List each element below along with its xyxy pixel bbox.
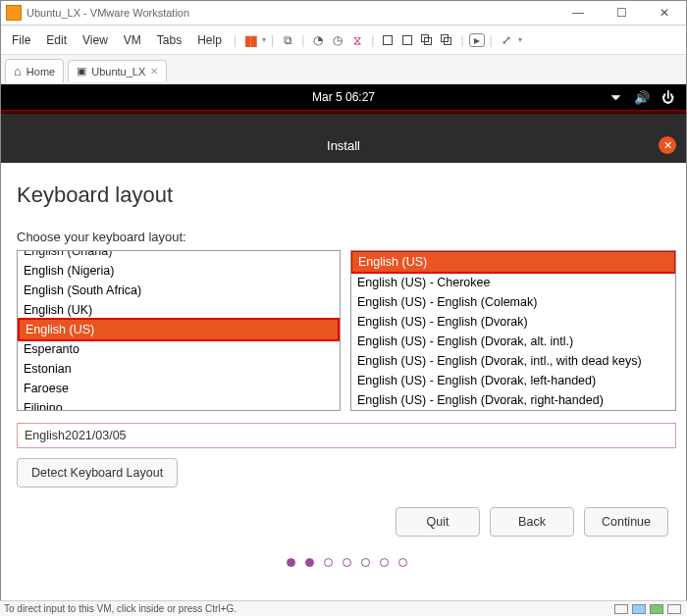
menu-vm[interactable]: VM (117, 30, 148, 50)
volume-icon[interactable]: 🔊 (634, 90, 650, 105)
list-item[interactable]: English (South Africa) (18, 281, 340, 300)
back-button[interactable]: Back (490, 507, 574, 537)
list-item-selected[interactable]: English (US) (352, 252, 674, 272)
window-maximize-button[interactable]: ☐ (600, 1, 643, 26)
list-item[interactable]: English (US) - English (Dvorak, right-ha… (351, 390, 675, 410)
window-title: Ubuntu_LX - VMware Workstation (26, 7, 189, 19)
status-net-icon (650, 604, 663, 614)
app-icon (6, 5, 22, 21)
vm-tab-icon: ▣ (77, 65, 86, 77)
status-hdd-icon (614, 604, 628, 614)
list-item[interactable]: English (US) - English (Dvorak, intl., w… (351, 351, 675, 371)
status-cd-icon (632, 604, 646, 614)
step-dot (398, 558, 407, 567)
network-icon[interactable]: ⏷ (609, 90, 622, 105)
status-hint: To direct input to this VM, click inside… (4, 603, 237, 614)
list-item[interactable]: English (US) - Cherokee (351, 273, 675, 292)
list-item[interactable]: English (US) - English (Dvorak) (351, 312, 675, 332)
layout-overlap-icon[interactable] (418, 31, 436, 49)
layout-list[interactable]: English (Ghana) English (Nigeria) Englis… (17, 250, 341, 411)
step-dot (324, 558, 333, 567)
close-installer-button[interactable]: ✕ (659, 136, 676, 154)
fullscreen-icon[interactable]: ⤢ (498, 31, 515, 49)
list-item[interactable]: English (US) - English (Dvorak, alt. int… (351, 332, 675, 351)
window-close-button[interactable]: ✕ (643, 1, 686, 26)
step-dot (361, 558, 370, 567)
list-item-selected[interactable]: English (US) (20, 320, 338, 339)
guest-top-bar: Mar 5 06:27 ⏷ 🔊 ⏻ (1, 84, 686, 110)
status-bar: To direct input to this VM, click inside… (0, 600, 687, 616)
install-header: Install ✕ (1, 128, 686, 163)
install-title: Install (327, 138, 360, 153)
step-dot-current (305, 558, 314, 567)
list-item[interactable]: Faroese (18, 379, 340, 398)
menu-bar: File Edit View VM Tabs Help | ▮▮▾ | ⧉ | … (1, 26, 686, 55)
list-item[interactable]: Filipino (18, 398, 340, 411)
list-item[interactable]: English (Ghana) (18, 250, 340, 261)
list-item[interactable]: Esperanto (18, 339, 340, 359)
installer-page: Keyboard layout Choose your keyboard lay… (1, 163, 686, 567)
step-dot (343, 558, 351, 567)
status-more-icon (667, 604, 681, 614)
unity-icon[interactable]: ▸ (469, 33, 485, 47)
list-item[interactable]: Estonian (18, 359, 340, 379)
menu-view[interactable]: View (76, 30, 115, 50)
list-item[interactable]: English (US) - English (Dvorak, left-han… (351, 371, 675, 390)
spacer (1, 114, 686, 128)
tab-home[interactable]: ⌂ Home (5, 59, 64, 82)
layout-prompt: Choose your keyboard layout: (17, 230, 676, 244)
snapshot-revert-icon[interactable]: ◷ (329, 31, 346, 49)
pause-vm-icon[interactable]: ▮▮ (241, 31, 259, 49)
progress-dots (17, 558, 676, 567)
variant-list[interactable]: English (US) English (US) - Cherokee Eng… (350, 250, 676, 411)
toolbar-icon[interactable]: ⧉ (279, 31, 296, 49)
snapshot-manager-icon[interactable]: ⧖ (348, 31, 366, 49)
close-icon[interactable]: ✕ (150, 66, 158, 77)
list-item[interactable]: English (UK) (18, 300, 340, 320)
step-dot (380, 558, 389, 567)
menu-help[interactable]: Help (190, 30, 229, 50)
tab-ubuntu[interactable]: ▣ Ubuntu_LX ✕ (68, 60, 167, 81)
menu-edit[interactable]: Edit (39, 30, 74, 50)
menu-tabs[interactable]: Tabs (150, 30, 188, 50)
power-icon[interactable]: ⏻ (661, 90, 674, 105)
tab-home-label: Home (26, 66, 55, 77)
window-titlebar: Ubuntu_LX - VMware Workstation — ☐ ✕ (1, 1, 686, 26)
list-item[interactable]: English (US) - English (Colemak) (351, 292, 675, 312)
vm-tabs: ⌂ Home ▣ Ubuntu_LX ✕ (1, 55, 686, 84)
tab-ubuntu-label: Ubuntu_LX (91, 66, 145, 77)
window-minimize-button[interactable]: — (556, 1, 600, 26)
list-item[interactable]: English (Nigeria) (18, 261, 340, 281)
snapshot-icon[interactable]: ◔ (309, 31, 327, 49)
layout-icon[interactable] (379, 31, 396, 49)
keyboard-test-input[interactable]: English2021/03/05 (17, 423, 676, 448)
layout-2-icon[interactable] (398, 31, 416, 49)
layout-grid-icon[interactable] (438, 31, 455, 49)
nav-buttons: Quit Back Continue (17, 507, 668, 537)
step-dot (287, 558, 295, 567)
home-icon: ⌂ (14, 64, 22, 78)
quit-button[interactable]: Quit (396, 507, 480, 537)
menu-file[interactable]: File (5, 30, 37, 50)
guest-clock: Mar 5 06:27 (312, 90, 375, 104)
continue-button[interactable]: Continue (584, 507, 668, 537)
page-heading: Keyboard layout (17, 182, 676, 208)
detect-layout-button[interactable]: Detect Keyboard Layout (17, 458, 178, 488)
